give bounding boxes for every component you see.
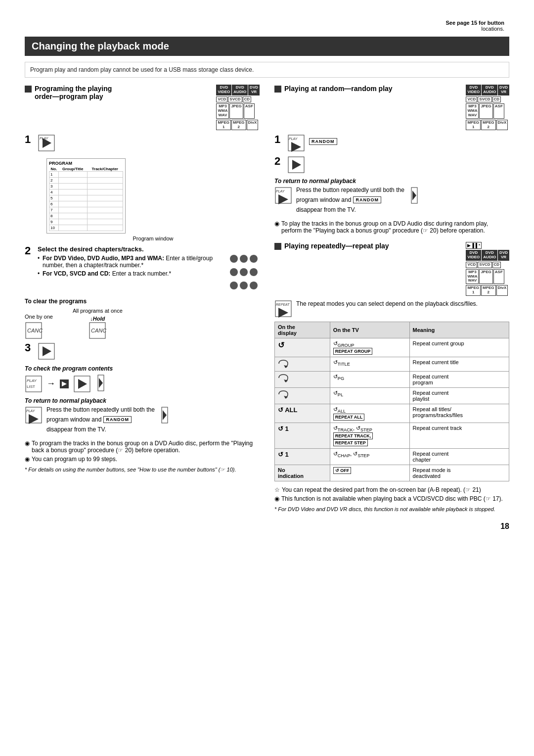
- repeat-row-7: Noindication ↺ OFF Repeat mode isdeactiv…: [275, 465, 509, 481]
- display-cell-1: [275, 357, 330, 371]
- repeat-badge-mp3: MP3WMAWAV: [466, 269, 479, 284]
- right-note-1: ☆ You can repeat the desired part from t…: [274, 486, 509, 493]
- footnote-left: * For details on using the number button…: [25, 467, 260, 473]
- repeat-badge-row-1: DVDVIDEO DVDAUDIO DVDVR: [466, 250, 509, 261]
- random-step-2-num: 2: [274, 156, 283, 167]
- return-play-icon: PLAY: [25, 406, 43, 424]
- repeat-badge-divx: DivX: [496, 285, 508, 296]
- tv-cell-2: ↺PG: [330, 371, 409, 387]
- repeat-step-icon: REPEAT: [274, 300, 292, 318]
- meaning-cell-4: Repeat all titles/programs/tracks/files: [409, 404, 509, 423]
- random-section-icon: [274, 86, 281, 93]
- col-header-tv: On the TV: [330, 322, 409, 338]
- random-step-1-num: 1: [274, 134, 283, 145]
- svg-marker-39: [278, 194, 288, 204]
- page-header: See page 15 for button locations.: [25, 20, 509, 32]
- random-step-2: 2: [274, 156, 509, 174]
- note-left-1: ◉ To program the tracks in the bonus gro…: [25, 440, 260, 454]
- repeat-step-row: REPEAT The repeat modes you can select d…: [274, 300, 509, 318]
- check-diagram: PLAY LIST →: [25, 374, 260, 393]
- display-cell-7: Noindication: [275, 465, 330, 481]
- svg-text:PLAY: PLAY: [27, 378, 37, 383]
- repeat-display-icon-2: [278, 374, 289, 382]
- tv-cell-7: ↺ OFF: [330, 465, 409, 481]
- random-badge-row-4: MPEG1 MPEG2 DivX: [466, 120, 509, 131]
- notes-left: ◉ To program the tracks in the bonus gro…: [25, 440, 260, 463]
- random-note-circle: ◉: [274, 220, 279, 234]
- right-note-2: ◉ This function is not available when pl…: [274, 495, 509, 502]
- right-note-circle-1: ☆: [274, 486, 280, 493]
- step2-icons: [230, 255, 260, 293]
- return-right-line3: disappear from the TV.: [296, 206, 404, 213]
- badge-row-1: DVDVIDEO DVDAUDIO DVDVR: [216, 85, 260, 95]
- cancel-icon-2: CANCEL: [89, 322, 106, 339]
- repeat-section-title: Playing repeatedly—repeat play: [284, 242, 389, 250]
- random-badge-dvd-audio: DVDAUDIO: [482, 85, 497, 95]
- svg-rect-4: [240, 255, 248, 263]
- check-icon-1: PLAY LIST: [25, 375, 43, 393]
- display-cell-2: [275, 371, 330, 387]
- note-circle-1: ◉: [25, 440, 30, 454]
- program-window-label: PROGRAM: [49, 161, 123, 166]
- repeat-badge-row-extra: ▶▐▐ *: [466, 242, 509, 249]
- repeat-badge-row-3: MP3WMAWAV JPEG ASF: [466, 269, 509, 284]
- svg-marker-24: [78, 379, 87, 389]
- display-cell-4: ↺ ALL: [275, 404, 330, 423]
- return-row-left: PLAY Press the button repeatedly until b…: [25, 406, 260, 436]
- repeat-badge-dvd-vr: DVDVR: [498, 250, 509, 261]
- clear-programs-title: To clear the programs: [25, 298, 260, 305]
- header-line1: See page 15 for button: [445, 20, 504, 26]
- badge-mp3: MP3WMAWAV: [216, 103, 229, 118]
- svg-marker-29: [29, 414, 39, 424]
- svg-text:PLAY: PLAY: [276, 189, 285, 193]
- return-play-icon-right: PLAY: [274, 187, 292, 204]
- bullet-1: For DVD Video, DVD Audio, MP3 and WMA: E…: [38, 255, 226, 269]
- badge-dvd-audio: DVDAUDIO: [232, 85, 248, 95]
- step-2-content: Select the desired chapters/tracks. For …: [38, 245, 260, 293]
- svg-rect-6: [230, 268, 238, 276]
- random-badge-cd: CD: [492, 96, 501, 103]
- random-badge-divx: DivX: [496, 120, 508, 131]
- return-normal-title-right: To return to normal playback: [274, 178, 509, 185]
- check-icon-3: [73, 375, 91, 393]
- repeat-row-6: ↺ 1 ↺CHAP, ↺STEP Repeat currentchapter: [275, 449, 509, 465]
- svg-text:LIST: LIST: [27, 384, 35, 389]
- random-badge-row-2: VCD SVCD CD: [466, 96, 509, 103]
- random-badge-mpeg1: MPEG1: [466, 120, 481, 131]
- repeat-badge-dvd-video: DVDVIDEO: [466, 250, 481, 261]
- random-note: ◉ To play the tracks in the bonus group …: [274, 220, 509, 234]
- repeat-section-icon: [274, 243, 281, 250]
- repeat-row-5: ↺ 1 ↺TRACK, ↺STEPREPEAT TRACK,REPEAT STE…: [275, 423, 509, 449]
- svg-rect-3: [230, 255, 238, 263]
- step-1-row: 1 PLAY: [25, 134, 260, 153]
- step-3-number: 3: [25, 342, 34, 353]
- tv-cell-4: ↺ALLREPEAT ALL: [330, 404, 409, 423]
- note-circle-2: ◉: [25, 456, 30, 463]
- program-section-title: Programing the playingorder—program play: [35, 85, 112, 100]
- device-badges-repeat: ▶▐▐ * DVDVIDEO DVDAUDIO DVDVR VCD SVCD C…: [466, 242, 509, 295]
- svg-marker-26: [99, 378, 103, 388]
- svg-marker-41: [412, 190, 416, 200]
- bullet-2: For VCD, SVCD and CD: Enter a track numb…: [38, 270, 226, 277]
- meaning-cell-5: Repeat current track: [409, 423, 509, 449]
- tv-cell-3: ↺PL: [330, 387, 409, 404]
- device-badges-program: DVDVIDEO DVDAUDIO DVDVR VCD SVCD CD MP3W…: [216, 85, 260, 130]
- random-badge-row-1: DVDVIDEO DVDAUDIO DVDVR: [466, 85, 509, 95]
- badge-dvd-vr: DVDVR: [248, 85, 260, 95]
- repeat-display-icon-3: [278, 390, 289, 399]
- return-desc-line2: program window and RANDOM: [46, 416, 155, 423]
- clear-programs-row: One by one CANCEL All programs at once ↓…: [25, 308, 260, 339]
- repeat-icon-small: ▶▐▐ *: [466, 242, 482, 249]
- step2-inner: For DVD Video, DVD Audio, MP3 and WMA: E…: [38, 255, 260, 293]
- footnote-right: * For DVD Video and DVD VR discs, this f…: [274, 506, 509, 512]
- random-badge-row-3: MP3WMAWAV JPEG ASF: [466, 103, 509, 118]
- display-cell-3: [275, 387, 330, 404]
- svg-text:CANCEL: CANCEL: [27, 328, 43, 333]
- repeat-table: On thedisplay On the TV Meaning ↺ ↺GROUP…: [274, 322, 509, 482]
- random-badge-mp3: MP3WMAWAV: [466, 103, 479, 118]
- col-header-meaning: Meaning: [409, 322, 509, 338]
- number-buttons-row2: [230, 268, 260, 278]
- play-icon-step1: PLAY: [38, 134, 55, 152]
- random-note-row: ◉ To play the tracks in the bonus group …: [274, 220, 509, 234]
- hold-label: ↓Hold: [90, 316, 105, 322]
